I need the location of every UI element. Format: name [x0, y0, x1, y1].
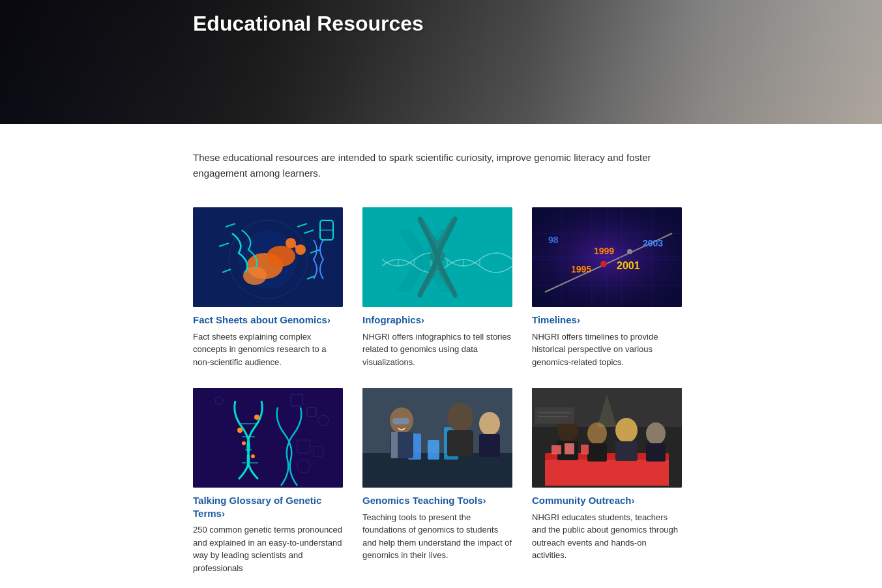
- svg-rect-92: [551, 445, 561, 454]
- card-desc-community-outreach: NHGRI educates students, teachers and th…: [532, 511, 682, 562]
- svg-rect-95: [535, 407, 574, 424]
- card-infographics[interactable]: X Infographic: [362, 207, 512, 368]
- svg-point-60: [254, 415, 259, 420]
- svg-point-71: [447, 403, 473, 432]
- card-image-fact-sheets: [193, 207, 343, 307]
- card-image-community-outreach: [532, 388, 682, 488]
- svg-rect-75: [392, 418, 409, 424]
- svg-point-37: [600, 261, 607, 267]
- svg-rect-67: [428, 440, 439, 460]
- svg-point-90: [646, 422, 666, 445]
- svg-point-61: [242, 441, 246, 445]
- card-fact-sheets[interactable]: Fact Sheets about Genomics› Fact sheets …: [193, 207, 343, 368]
- card-desc-fact-sheets: Fact sheets explaining complex concepts …: [193, 331, 343, 369]
- svg-rect-74: [479, 434, 500, 457]
- svg-rect-76: [391, 432, 398, 458]
- card-desc-teaching-tools: Teaching tools to present the foundation…: [362, 511, 512, 562]
- svg-point-62: [251, 454, 255, 458]
- svg-rect-87: [587, 443, 607, 462]
- card-title-timelines: Timelines›: [532, 314, 682, 327]
- card-title-fact-sheets: Fact Sheets about Genomics›: [193, 314, 343, 327]
- card-title-glossary: Talking Glossary of Genetic Terms›: [193, 494, 343, 520]
- svg-text:2001: 2001: [617, 260, 640, 271]
- svg-rect-89: [615, 441, 638, 461]
- card-desc-timelines: NHGRI offers timelines to provide histor…: [532, 331, 682, 369]
- svg-text:1999: 1999: [594, 246, 614, 256]
- svg-rect-93: [565, 443, 574, 454]
- svg-point-4: [267, 246, 295, 267]
- card-title-infographics: Infographics›: [362, 314, 512, 327]
- svg-point-38: [627, 249, 632, 254]
- card-title-community-outreach: Community Outreach›: [532, 494, 682, 507]
- card-glossary[interactable]: Talking Glossary of Genetic Terms› 250 c…: [193, 388, 343, 574]
- card-teaching-tools[interactable]: Genomics Teaching Tools› Teaching tools …: [362, 388, 512, 574]
- card-image-glossary: [193, 388, 343, 488]
- card-image-timelines: 1995 1999 2001 2003 98: [532, 207, 682, 307]
- svg-rect-83: [545, 460, 669, 486]
- page-title: Educational Resources: [193, 12, 424, 36]
- svg-rect-72: [447, 430, 473, 456]
- card-image-infographics: X: [362, 207, 512, 307]
- card-title-teaching-tools: Genomics Teaching Tools›: [362, 494, 512, 507]
- card-community-outreach[interactable]: Community Outreach› NHGRI educates stude…: [532, 388, 682, 574]
- card-desc-glossary: 250 common genetic terms pronounced and …: [193, 523, 343, 574]
- cards-grid: Fact Sheets about Genomics› Fact sheets …: [193, 207, 682, 574]
- svg-text:98: 98: [548, 235, 559, 245]
- svg-text:1995: 1995: [571, 264, 591, 274]
- svg-rect-94: [581, 445, 589, 454]
- intro-text: These educational resources are intended…: [193, 150, 675, 181]
- svg-rect-91: [646, 443, 666, 462]
- hero-banner: Educational Resources: [0, 0, 882, 124]
- svg-point-73: [479, 412, 500, 435]
- card-image-teaching-tools: [362, 388, 512, 488]
- svg-point-88: [615, 418, 638, 443]
- card-timelines[interactable]: 1995 1999 2001 2003 98 Timelines› NHGRI …: [532, 207, 682, 368]
- svg-point-59: [237, 428, 243, 433]
- svg-text:2003: 2003: [643, 238, 663, 248]
- card-desc-infographics: NHGRI offers infographics to tell storie…: [362, 331, 512, 369]
